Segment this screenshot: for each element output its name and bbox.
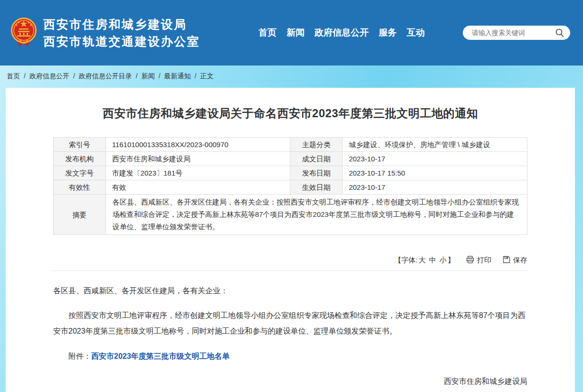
meta-value-index-no: 1161010001335318XX/2023-000970 (105, 138, 290, 152)
font-size-suffix: 】 (448, 256, 455, 265)
font-size-large-button[interactable]: 大 (419, 256, 426, 265)
article-card: 西安市住房和城乡建设局关于命名西安市2023年度第三批文明工地的通知 索引号 1… (6, 88, 575, 392)
main-nav: 首页 新闻 政府信息公开 服务 互动 (258, 27, 425, 39)
breadcrumb-current-page[interactable]: 正文 (200, 72, 213, 80)
site-header: 西安市住房和城乡建设局 西安市轨道交通建设办公室 首页 新闻 政府信息公开 服务… (0, 0, 583, 65)
breadcrumb-separator: / (73, 72, 75, 80)
search-box (463, 26, 570, 40)
nav-item-gov-info[interactable]: 政府信息公开 (315, 27, 369, 39)
breadcrumb-news[interactable]: 新闻 (142, 72, 155, 80)
article-paragraph-salutation: 各区县、西咸新区、各开发区住建局，各有关企业： (53, 283, 527, 299)
print-button[interactable]: 打印 (466, 256, 491, 265)
table-row: 有效性 有效 生效日期 2023-10-17 (54, 180, 527, 195)
breadcrumb-latest-notices[interactable]: 最新通知 (164, 72, 191, 80)
signature-agency: 西安市住房和城乡建设局 (53, 377, 527, 387)
font-size-prefix: 【字体: (394, 256, 418, 265)
attachment-line: 附件：西安市2023年度第三批市级文明工地名单 (53, 352, 527, 362)
meta-label-publish-date: 发布日期 (290, 166, 343, 180)
floppy-disk-icon (503, 256, 510, 265)
breadcrumb-separator: / (24, 72, 26, 80)
meta-label-issuing-agency: 发布机构 (54, 152, 106, 166)
nav-item-home[interactable]: 首页 (258, 27, 277, 39)
meta-label-written-date: 成文日期 (290, 152, 343, 166)
article-toolbar: 【字体: 大 中 小 】 打印 (53, 256, 527, 265)
page-title: 西安市住房和城乡建设局关于命名西安市2023年度第三批文明工地的通知 (53, 106, 527, 121)
meta-value-publish-date: 2023-10-17 15:50 (343, 166, 527, 180)
site-title-line2: 西安市轨道交通建设办公室 (43, 33, 200, 50)
table-row: 发布机构 西安市住房和城乡建设局 成文日期 2023-10-17 (54, 152, 527, 166)
font-size-medium-button[interactable]: 中 (429, 256, 436, 265)
breadcrumb-separator: / (195, 72, 197, 80)
table-row: 发文字号 市建发〔2023〕181号 发布日期 2023-10-17 15:50 (54, 166, 527, 180)
meta-label-index-no: 索引号 (54, 138, 106, 152)
printer-icon (466, 256, 474, 265)
table-row: 摘要 各区县、西咸新区、各开发区住建局，各有关企业：按照西安市文明工地评审程序，… (54, 195, 527, 235)
nav-item-interact[interactable]: 互动 (407, 27, 425, 39)
attachment-prefix: 附件： (68, 352, 91, 360)
meta-label-doc-number: 发文字号 (54, 166, 106, 180)
breadcrumb: 首页/政府信息公开/政府信息公开目录/新闻/最新通知/正文 (0, 65, 583, 88)
save-button[interactable]: 保存 (503, 256, 527, 265)
meta-value-effective-date: 2023-10-17 (343, 180, 527, 195)
breadcrumb-separator: / (136, 72, 138, 80)
meta-label-topic-category: 主题分类 (290, 138, 343, 152)
attachment-link[interactable]: 西安市2023年度第三批市级文明工地名单 (91, 352, 230, 360)
breadcrumb-separator: / (159, 72, 161, 80)
meta-label-summary: 摘要 (54, 195, 106, 235)
dotted-divider (53, 271, 527, 271)
meta-value-validity: 有效 (105, 180, 290, 195)
nav-item-services[interactable]: 服务 (379, 27, 397, 39)
meta-value-issuing-agency: 西安市住房和城乡建设局 (105, 152, 290, 166)
print-button-label: 打印 (477, 256, 491, 265)
meta-table: 索引号 1161010001335318XX/2023-000970 主题分类 … (53, 137, 527, 235)
save-button-label: 保存 (513, 256, 527, 265)
nav-item-news[interactable]: 新闻 (287, 27, 305, 39)
meta-label-validity: 有效性 (54, 180, 106, 195)
meta-value-written-date: 2023-10-17 (343, 152, 527, 166)
meta-label-effective-date: 生效日期 (290, 180, 343, 195)
meta-value-doc-number: 市建发〔2023〕181号 (105, 166, 290, 180)
breadcrumb-gov-info[interactable]: 政府信息公开 (29, 72, 69, 80)
site-brand: 西安市住房和城乡建设局 西安市轨道交通建设办公室 (10, 16, 200, 50)
site-title-line1: 西安市住房和城乡建设局 (43, 16, 200, 33)
meta-value-summary: 各区县、西咸新区、各开发区住建局，各有关企业：按照西安市文明工地评审程序，经市创… (105, 195, 527, 235)
article-paragraph-body: 按照西安市文明工地评审程序，经市创建文明工地领导小组办公室组织专家现场检查和综合… (53, 308, 527, 339)
search-icon[interactable] (555, 28, 564, 37)
table-row: 索引号 1161010001335318XX/2023-000970 主题分类 … (54, 138, 527, 152)
font-size-small-button[interactable]: 小 (440, 256, 447, 265)
breadcrumb-gov-info-catalog[interactable]: 政府信息公开目录 (79, 72, 132, 80)
breadcrumb-home[interactable]: 首页 (7, 72, 20, 80)
search-input[interactable] (471, 28, 555, 37)
national-emblem-icon (10, 17, 37, 48)
meta-value-topic-category: 城乡建设、环境保护、房地产管理 \ 城乡建设 (343, 138, 527, 152)
